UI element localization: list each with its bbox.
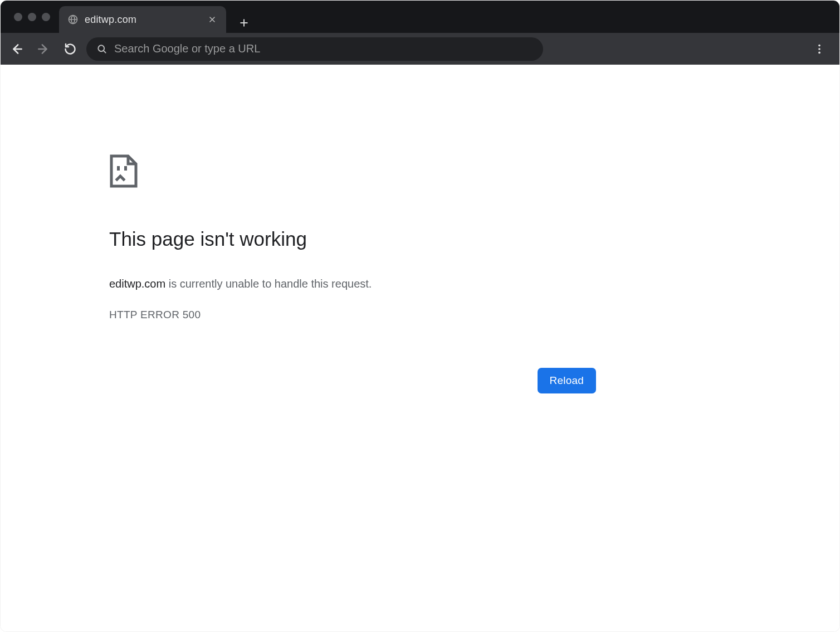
window-close-button[interactable] xyxy=(14,13,22,21)
error-domain: editwp.com xyxy=(109,278,165,290)
browser-tab[interactable]: editwp.com xyxy=(59,6,226,33)
reload-button[interactable] xyxy=(62,41,79,57)
tab-title: editwp.com xyxy=(85,14,201,26)
nav-buttons xyxy=(8,41,79,57)
back-button[interactable] xyxy=(8,41,25,57)
reload-page-button[interactable]: Reload xyxy=(538,368,596,393)
error-page: This page isn't working editwp.com is cu… xyxy=(109,154,596,393)
search-icon xyxy=(96,43,108,55)
window-minimize-button[interactable] xyxy=(28,13,36,21)
new-tab-button[interactable] xyxy=(234,13,254,33)
toolbar-right xyxy=(810,40,832,58)
error-heading: This page isn't working xyxy=(109,227,596,251)
forward-button[interactable] xyxy=(35,41,52,57)
error-message: editwp.com is currently unable to handle… xyxy=(109,275,596,292)
window-maximize-button[interactable] xyxy=(42,13,50,21)
sad-page-icon xyxy=(109,154,596,188)
titlebar: editwp.com xyxy=(1,1,839,33)
svg-point-9 xyxy=(818,44,821,46)
error-actions: Reload xyxy=(109,368,596,393)
browser-menu-button[interactable] xyxy=(810,40,828,58)
toolbar xyxy=(1,33,839,65)
globe-icon xyxy=(67,13,79,26)
svg-line-8 xyxy=(104,50,106,52)
error-message-text: is currently unable to handle this reque… xyxy=(165,278,372,290)
svg-rect-13 xyxy=(124,166,127,171)
close-tab-button[interactable] xyxy=(206,13,218,26)
svg-rect-12 xyxy=(117,166,120,171)
page-content: This page isn't working editwp.com is cu… xyxy=(1,65,839,631)
svg-point-11 xyxy=(818,51,821,54)
svg-point-10 xyxy=(818,48,821,50)
address-input[interactable] xyxy=(114,42,533,55)
tab-strip: editwp.com xyxy=(59,1,835,33)
address-bar[interactable] xyxy=(86,37,543,61)
window-controls xyxy=(5,1,55,33)
browser-window: editwp.com xyxy=(0,0,840,632)
error-code: HTTP ERROR 500 xyxy=(109,309,596,321)
